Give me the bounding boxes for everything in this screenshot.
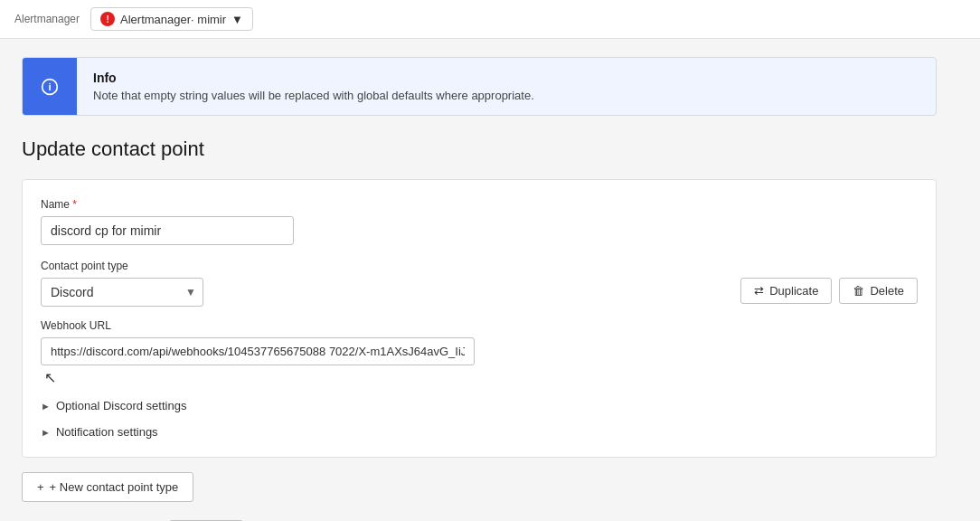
info-text-block: Info Note that empty string values will … — [77, 58, 551, 115]
form-section: Name * Contact point type Discord Email — [22, 179, 937, 458]
contact-point-select-wrapper: Discord Email PagerDuty Slack Webhook ▼ — [41, 278, 203, 307]
contact-point-select[interactable]: Discord Email PagerDuty Slack Webhook — [41, 278, 203, 307]
name-input[interactable] — [41, 216, 294, 245]
cursor-icon: ↖ — [44, 370, 56, 385]
duplicate-button[interactable]: ⇄ Duplicate — [740, 278, 832, 304]
info-banner-body: Note that empty string values will be re… — [93, 89, 534, 102]
delete-label: Delete — [870, 284, 904, 298]
info-icon: i — [41, 78, 59, 96]
optional-discord-label: Optional Discord settings — [56, 399, 187, 412]
top-bar: Alertmanager ! Alertmanager· mimir ▼ — [0, 0, 980, 39]
info-icon-block: i — [23, 58, 77, 115]
page-title: Update contact point — [22, 137, 937, 161]
alert-icon: ! — [100, 12, 115, 26]
chevron-right-icon: ► — [41, 401, 51, 412]
contact-point-type-label: Contact point type — [41, 260, 740, 272]
plus-icon: + — [37, 480, 44, 494]
required-indicator: * — [70, 198, 77, 211]
webhook-url-group: Webhook URL — [41, 319, 740, 365]
chevron-down-icon: ▼ — [231, 13, 243, 26]
duplicate-icon: ⇄ — [754, 284, 764, 298]
svg-text:i: i — [48, 81, 51, 92]
contact-point-fields: Contact point type Discord Email PagerDu… — [41, 260, 740, 439]
alertmanager-selector[interactable]: ! Alertmanager· mimir ▼ — [90, 7, 253, 31]
chevron-right-icon-2: ► — [41, 427, 51, 438]
app-container: Alertmanager ! Alertmanager· mimir ▼ i I… — [0, 0, 980, 521]
new-contact-point-button[interactable]: + + New contact point type — [22, 472, 193, 502]
info-banner: i Info Note that empty string values wil… — [22, 57, 937, 116]
trash-icon: 🗑 — [853, 284, 864, 298]
new-contact-label: + New contact point type — [50, 480, 179, 494]
optional-discord-section[interactable]: ► Optional Discord settings — [41, 399, 740, 412]
contact-point-type-group: Contact point type Discord Email PagerDu… — [41, 260, 740, 307]
contact-point-row: Contact point type Discord Email PagerDu… — [41, 260, 918, 439]
webhook-url-input[interactable] — [41, 337, 475, 365]
content-area: i Info Note that empty string values wil… — [0, 39, 958, 521]
delete-button[interactable]: 🗑 Delete — [839, 278, 918, 304]
duplicate-label: Duplicate — [769, 284, 818, 298]
notification-settings-label: Notification settings — [56, 425, 158, 439]
name-label: Name * — [41, 198, 918, 211]
contact-point-actions: ⇄ Duplicate 🗑 Delete — [740, 278, 918, 304]
webhook-url-label: Webhook URL — [41, 319, 740, 332]
notification-settings-section[interactable]: ► Notification settings — [41, 425, 740, 439]
cursor-position: ↖ — [44, 369, 740, 386]
name-field-group: Name * — [41, 198, 918, 245]
topbar-title: Alertmanager — [14, 13, 80, 25]
selector-label: Alertmanager· mimir — [120, 13, 226, 26]
info-banner-title: Info — [93, 71, 534, 85]
